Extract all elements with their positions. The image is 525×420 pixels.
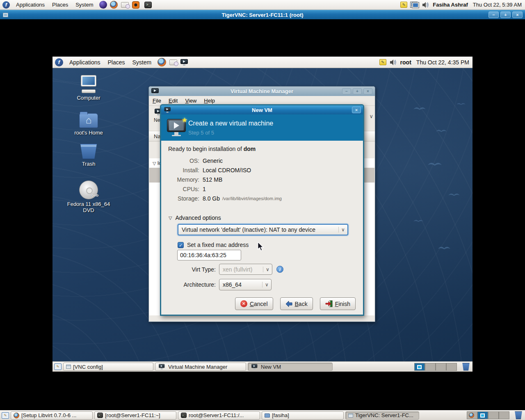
desktop-icon-computer[interactable]: Computer <box>64 75 113 101</box>
workspace-2[interactable] <box>477 411 488 419</box>
vnc-window-titlebar[interactable]: TigerVNC: Server1-FC11:1 (root) − + × <box>0 10 525 19</box>
host-menu-applications[interactable]: Applications <box>12 0 48 10</box>
host-menu-system[interactable]: System <box>72 0 97 10</box>
workspace-4[interactable] <box>446 363 457 371</box>
speaker-icon[interactable] <box>422 2 429 8</box>
speaker-icon[interactable] <box>390 59 397 66</box>
host-clock[interactable]: Thu Oct 22, 5:39 AM <box>471 2 522 8</box>
vmm-titlebar[interactable]: Virtual Machine Manager − + × <box>149 87 375 96</box>
remote-menu-system[interactable]: System <box>129 57 155 67</box>
remote-panel-right: ✎ root Thu Oct 22, 4:35 PM <box>379 59 472 66</box>
eclipse-launcher-icon[interactable] <box>99 1 107 9</box>
firefox-launcher-icon[interactable] <box>158 58 166 66</box>
fedora-menu-icon[interactable]: f <box>2 1 10 9</box>
task-vnc-config[interactable]: [VNC config] <box>63 363 153 371</box>
vmm-window-title: Virtual Machine Manager <box>149 88 375 94</box>
screens-applet-icon[interactable] <box>411 2 419 8</box>
workspace-2[interactable] <box>425 363 436 371</box>
back-button[interactable]: Back <box>280 297 313 310</box>
notes-applet-icon[interactable]: ✎ <box>379 59 386 65</box>
remote-username[interactable]: root <box>400 59 411 66</box>
summary-row-storage: Storage:8.0 Gb /var/lib/libvirt/images/d… <box>161 194 282 203</box>
info-icon[interactable]: i <box>276 266 283 273</box>
chevron-down-icon[interactable]: ∨ <box>369 113 373 119</box>
expander-icon[interactable]: ▽ <box>153 161 156 166</box>
vnc-viewport: f Applications Places System ✎ root Thu … <box>0 19 525 410</box>
bird-icon <box>413 106 426 111</box>
virt-manager-launcher-icon[interactable] <box>180 59 189 66</box>
app-launcher-icon[interactable] <box>132 1 139 9</box>
advanced-options-expander[interactable]: ▽ Advanced options <box>169 215 221 221</box>
dialog-titlebar[interactable]: New VM × <box>161 105 363 114</box>
task-new-vm[interactable]: New VM <box>248 363 333 371</box>
terminal-launcher-icon[interactable]: >_ <box>144 2 152 8</box>
evolution-launcher-icon[interactable] <box>169 59 177 65</box>
chevron-down-icon: ∨ <box>338 227 347 233</box>
task-root-terminal-2[interactable]: >_ root@Server1-FC11:/... <box>178 411 260 420</box>
workspace-3[interactable] <box>436 363 446 371</box>
desktop-icon-label: Fedora 11 x86_64 DVD <box>66 201 111 213</box>
vnc-window-title: TigerVNC: Server1-FC11:1 (root) <box>0 12 525 18</box>
show-desktop-icon[interactable]: ✎ <box>2 412 9 419</box>
workspace-4[interactable] <box>499 411 509 419</box>
host-username[interactable]: Fasiha Ashraf <box>433 2 468 8</box>
chevron-down-icon: ∨ <box>262 282 271 288</box>
cancel-button[interactable]: ✕ Cancel <box>235 297 273 310</box>
finish-button[interactable]: Finish <box>320 297 356 310</box>
show-desktop-icon[interactable]: ✎ <box>54 363 62 370</box>
bird-icon <box>457 102 466 106</box>
bird-icon <box>413 219 423 223</box>
summary-table: OS:Generic Install:Local CDROM/ISO Memor… <box>161 156 282 203</box>
star-icon: ★ <box>182 116 187 124</box>
workspace-switcher <box>414 363 457 371</box>
mac-checkbox-label: Set a fixed mac address <box>187 242 249 248</box>
architecture-select[interactable]: x86_64 ∨ <box>219 279 272 290</box>
fedora-menu-icon[interactable]: f <box>55 58 63 66</box>
evolution-launcher-icon[interactable] <box>121 2 129 8</box>
remote-desktop: f Applications Places System ✎ root Thu … <box>52 57 472 372</box>
trash-icon <box>80 144 98 159</box>
desktop-icon-roots-home[interactable]: root's Home <box>64 113 113 136</box>
host-top-panel: f Applications Places System >_ ✎ Fasiha… <box>0 0 525 10</box>
vmm-window-icon <box>151 88 160 95</box>
terminal-icon: >_ <box>97 413 103 418</box>
dialog-header-title: Create a new virtual machine <box>188 120 273 127</box>
architecture-row: Architecture: x86_64 ∨ <box>161 279 272 290</box>
mac-checkbox[interactable]: ✓ <box>178 242 184 248</box>
host-menu-places[interactable]: Places <box>48 0 72 10</box>
virt-type-select[interactable]: xen (fullvirt) ∨ <box>219 264 272 275</box>
desktop-icon-fedora-dvd[interactable]: Fedora 11 x86_64 DVD <box>64 180 113 213</box>
workspace-1[interactable] <box>467 411 477 419</box>
task-tigervnc[interactable]: TigerVNC: Server1-FC... <box>345 411 419 420</box>
mac-address-input[interactable] <box>177 250 241 260</box>
vm-monitor-icon <box>251 364 258 370</box>
workspace-1[interactable] <box>414 363 425 371</box>
desktop-icon-trash[interactable]: Trash <box>64 144 113 167</box>
remote-clock[interactable]: Thu Oct 22, 4:35 PM <box>415 59 469 66</box>
ready-text: Ready to begin installation of dom <box>168 146 256 152</box>
new-vm-header-icon: ★ <box>167 118 187 137</box>
firefox-launcher-icon[interactable] <box>110 1 118 9</box>
new-vm-dialog: New VM × ★ Create a new virtual machine … <box>160 104 364 316</box>
virt-type-row: Virt Type: xen (fullvirt) ∨ i <box>161 264 283 275</box>
remote-menu-applications[interactable]: Applications <box>66 57 104 67</box>
task-root-terminal-1[interactable]: >_ [root@Server1-FC11:~] <box>94 411 176 420</box>
dialog-close-button[interactable]: × <box>352 107 361 113</box>
trash-applet-icon[interactable] <box>462 363 470 371</box>
workspace-3[interactable] <box>488 411 499 419</box>
notes-applet-icon[interactable]: ✎ <box>400 2 407 8</box>
bird-icon <box>428 161 442 167</box>
network-select[interactable]: Virtual network 'default' (Inactive): NA… <box>178 224 348 235</box>
trash-applet-icon[interactable] <box>514 411 523 419</box>
window-icon <box>66 365 71 369</box>
task-virtual-machine-manager[interactable]: Virtual Machine Manager <box>155 363 246 371</box>
summary-row-install: Install:Local CDROM/ISO <box>161 165 282 175</box>
vmm-minimize-button[interactable]: − <box>342 88 351 94</box>
task-fasiha-folder[interactable]: [fasiha] <box>262 411 344 420</box>
vmm-close-button[interactable]: × <box>363 88 372 94</box>
task-setup-libvirt[interactable]: [Setup Libvirt 0.7.0-6 ... <box>11 411 93 420</box>
remote-menu-places[interactable]: Places <box>104 57 129 67</box>
vmm-maximize-button[interactable]: + <box>353 88 362 94</box>
bird-icon <box>436 128 447 133</box>
firefox-icon <box>14 413 19 418</box>
